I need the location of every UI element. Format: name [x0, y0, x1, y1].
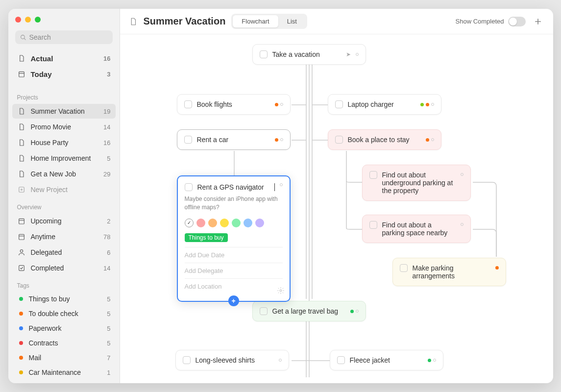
tag-contracts[interactable]: Contracts 5 — [12, 336, 116, 350]
sidebar-item-completed[interactable]: Completed 14 — [12, 261, 116, 275]
svg-point-0 — [21, 35, 24, 39]
tag-to-double-check[interactable]: To double check 5 — [12, 307, 116, 320]
show-completed-toggle[interactable]: Show Completed — [456, 17, 526, 26]
card-shirts[interactable]: Long-sleeved shirts — [175, 350, 289, 370]
main-panel: Summer Vacation Flowchart List Show Comp… — [120, 9, 553, 383]
checkbox[interactable] — [260, 50, 268, 58]
svg-rect-12 — [19, 266, 24, 271]
project-icon — [129, 17, 138, 26]
color-swatch[interactable] — [232, 219, 241, 227]
search-placeholder: Search — [29, 33, 51, 41]
card-nearby[interactable]: Find out about a parking space nearby — [362, 215, 471, 243]
gear-icon[interactable] — [277, 287, 285, 296]
tag-mail[interactable]: Mail 7 — [12, 351, 116, 365]
svg-rect-2 — [19, 72, 24, 77]
search-input[interactable]: Search — [15, 30, 113, 44]
tag-things-to-buy[interactable]: Things to buy 5 — [12, 292, 116, 306]
tag-dot-icon — [19, 326, 23, 330]
toggle-icon — [508, 17, 526, 26]
check-icon — [17, 264, 26, 272]
sidebar-item-house-party[interactable]: House Party 16 — [12, 135, 116, 150]
svg-point-15 — [280, 290, 282, 292]
sidebar-item-promo-movie[interactable]: Promo Movie 14 — [12, 120, 116, 134]
card-travel-bag[interactable]: Get a large travel bag — [252, 301, 366, 321]
card-flights[interactable]: Book flights — [177, 94, 291, 115]
card-rent-car[interactable]: Rent a car — [177, 129, 291, 150]
svg-line-1 — [24, 38, 25, 40]
checkbox[interactable] — [335, 100, 343, 108]
flowchart-canvas[interactable]: Take a vacation ➤ Book flights Laptop ch… — [120, 34, 553, 383]
editor-title-input[interactable]: Rent a GPS navigator — [197, 183, 275, 191]
checkbox[interactable] — [184, 136, 192, 144]
smart-actual[interactable]: Actual 16 — [12, 51, 116, 66]
checkbox[interactable] — [337, 356, 345, 364]
projects-header: Projects — [12, 88, 116, 104]
color-swatch[interactable] — [255, 219, 264, 227]
tag-dot-icon — [19, 312, 23, 316]
checkbox[interactable] — [400, 264, 408, 272]
zoom-icon[interactable] — [35, 17, 41, 23]
tag-car-maintenance[interactable]: Car Maintenance 1 — [12, 366, 116, 379]
color-swatch[interactable] — [208, 219, 217, 227]
editor-field-add-delegate[interactable]: Add Delegate — [185, 263, 283, 278]
checkbox[interactable] — [185, 183, 193, 191]
editor-notes[interactable]: Maybe consider an iPhone app with offlin… — [185, 195, 283, 212]
tag-paperwork[interactable]: Paperwork 5 — [12, 321, 116, 335]
tag-house-maintenance[interactable]: House Maintenance 2 — [12, 380, 116, 383]
checkbox[interactable] — [335, 136, 343, 144]
add-subtask-button[interactable]: + — [228, 295, 239, 306]
minimize-icon[interactable] — [25, 17, 31, 23]
tags-header: Tags — [12, 276, 116, 292]
card-vacation[interactable]: Take a vacation ➤ — [252, 44, 366, 65]
titlebar: Summer Vacation Flowchart List Show Comp… — [120, 9, 553, 34]
editor-field-add-location[interactable]: Add Location — [185, 278, 283, 294]
doc-icon — [17, 122, 26, 131]
tag-dot-icon — [19, 370, 23, 374]
checkbox[interactable] — [183, 356, 191, 364]
checkbox[interactable] — [369, 171, 377, 179]
card-fleece[interactable]: Fleece jacket — [330, 350, 443, 370]
sidebar-item-get-a-new-job[interactable]: Get a New Job 29 — [12, 167, 116, 181]
checkbox[interactable] — [369, 221, 377, 229]
svg-rect-9 — [19, 234, 24, 240]
sidebar-item-summer-vacation[interactable]: Summer Vacation 19 — [12, 104, 116, 119]
color-swatch[interactable] — [196, 219, 205, 227]
tab-list[interactable]: List — [278, 15, 306, 27]
color-swatch[interactable]: ✓ — [185, 219, 194, 227]
cal-icon — [17, 217, 26, 225]
sidebar-item-anytime[interactable]: Anytime 78 — [12, 229, 116, 244]
cal-icon — [17, 70, 26, 78]
add-button[interactable] — [532, 15, 544, 28]
sidebar: Search Actual 16 Today 3 Projects Summer… — [8, 9, 120, 383]
page-title: Summer Vacation — [144, 16, 226, 27]
smart-today[interactable]: Today 3 — [12, 67, 116, 81]
checkbox[interactable] — [260, 307, 268, 315]
view-switcher: Flowchart List — [231, 14, 307, 29]
overview-header: Overview — [12, 198, 116, 214]
card-stay[interactable]: Book a place to stay — [328, 129, 441, 150]
sidebar-item-delegated[interactable]: Delegated 6 — [12, 245, 116, 260]
doc-icon — [17, 154, 26, 163]
svg-point-11 — [20, 250, 23, 252]
plus-icon — [533, 17, 543, 26]
close-icon[interactable] — [15, 17, 21, 23]
window-controls — [12, 15, 116, 30]
cal-icon — [17, 232, 26, 241]
card-editor[interactable]: Rent a GPS navigator Maybe consider an i… — [177, 175, 291, 302]
new-project-button[interactable]: New Project — [12, 182, 116, 197]
search-icon — [20, 34, 26, 41]
color-swatch[interactable] — [220, 219, 229, 227]
card-underground[interactable]: Find out about underground parking at th… — [362, 165, 471, 201]
tag-chip[interactable]: Things to buy — [185, 233, 228, 242]
doc-icon — [17, 170, 26, 178]
sidebar-item-upcoming[interactable]: Upcoming 2 — [12, 214, 116, 228]
tag-dot-icon — [19, 356, 23, 360]
card-laptop[interactable]: Laptop charger — [328, 94, 441, 115]
checkbox[interactable] — [184, 100, 192, 108]
editor-field-add-due-date[interactable]: Add Due Date — [185, 247, 283, 263]
sidebar-item-home-improvement[interactable]: Home Improvement 5 — [12, 151, 116, 166]
card-parking-arrangements[interactable]: Make parking arrangements — [392, 258, 506, 286]
color-swatch[interactable] — [244, 219, 252, 227]
tab-flowchart[interactable]: Flowchart — [233, 15, 278, 27]
person-icon — [17, 248, 26, 257]
